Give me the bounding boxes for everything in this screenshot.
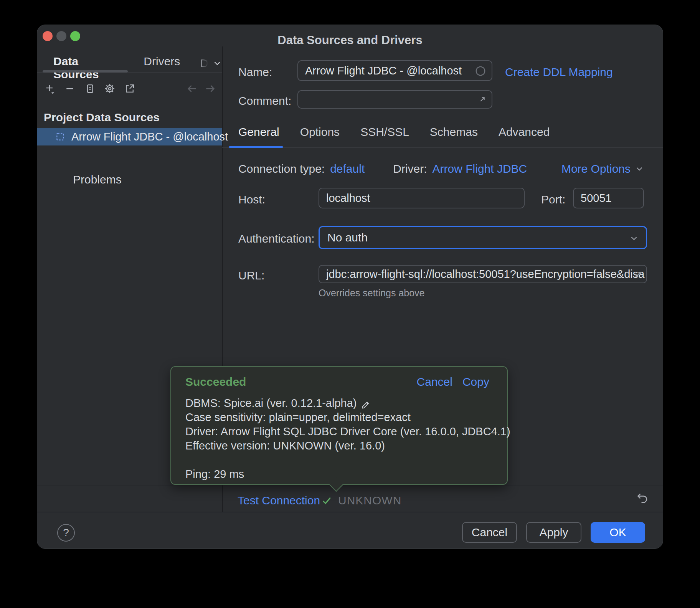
sidebar-item-arrow-flight-jdbc[interactable]: Arrow Flight JDBC - @localhost	[37, 128, 222, 145]
sidebar-toolbar	[37, 79, 222, 99]
more-options-label: More Options	[561, 162, 631, 175]
tab-overflow[interactable]: D	[200, 55, 222, 72]
data-sources-dialog: Data Sources and Drivers Data Sources Dr…	[37, 25, 663, 549]
back-icon[interactable]	[185, 82, 198, 95]
form-tab-divider	[222, 147, 663, 148]
help-glyph: ?	[63, 527, 69, 539]
popup-copy-link[interactable]: Copy	[462, 375, 489, 388]
expand-icon[interactable]	[633, 269, 644, 280]
pencil-icon[interactable]	[360, 398, 371, 409]
duplicate-icon[interactable]	[83, 82, 96, 95]
sidebar-separator	[44, 156, 216, 156]
status-badge: Succeeded	[185, 375, 246, 388]
test-connection-link[interactable]: Test Connection	[238, 494, 320, 507]
authentication-label: Authentication:	[238, 232, 314, 245]
dbms-line: DBMS: Spice.ai (ver. 0.12.1-alpha)	[185, 396, 357, 410]
effective-version-line: Effective version: UNKNOWN (ver. 16.0)	[185, 439, 510, 453]
form-tabbar: General Options SSH/SSL Schemas Advanced	[238, 126, 550, 139]
connection-type-value-link[interactable]: default	[330, 162, 365, 175]
popup-cancel-link[interactable]: Cancel	[417, 375, 452, 388]
chevron-down-icon	[634, 164, 644, 174]
help-icon[interactable]: ?	[57, 524, 75, 542]
tab-schemas[interactable]: Schemas	[430, 126, 478, 139]
name-input[interactable]	[297, 60, 492, 81]
driver-value-link[interactable]: Arrow Flight JDBC	[433, 162, 527, 175]
forward-icon[interactable]	[204, 82, 217, 95]
data-source-label: Arrow Flight JDBC - @localhost	[71, 131, 228, 143]
add-icon[interactable]	[43, 82, 56, 95]
connection-type-label: Connection type:	[238, 162, 325, 175]
footer-divider	[37, 512, 663, 512]
gear-icon[interactable]	[103, 82, 116, 95]
popup-details: DBMS: Spice.ai (ver. 0.12.1-alpha) Case …	[185, 396, 510, 481]
remove-icon[interactable]	[63, 82, 76, 95]
chevron-down-icon	[629, 233, 639, 243]
name-label: Name:	[238, 66, 272, 79]
comment-label: Comment:	[238, 94, 291, 107]
content-footer-divider	[37, 486, 663, 486]
expand-icon[interactable]	[477, 94, 488, 105]
open-in-new-icon[interactable]	[123, 82, 136, 95]
tab-general[interactable]: General	[238, 126, 279, 139]
data-source-icon	[55, 132, 65, 142]
ok-button[interactable]: OK	[591, 522, 645, 543]
tab-drivers[interactable]: Drivers	[144, 55, 180, 72]
project-data-sources-heading: Project Data Sources	[44, 111, 160, 124]
host-input[interactable]	[319, 188, 525, 208]
tab-ssh-ssl[interactable]: SSH/SSL	[360, 126, 409, 139]
case-sensitivity-line: Case sensitivity: plain=upper, delimited…	[185, 410, 510, 425]
window-title: Data Sources and Drivers	[37, 33, 663, 47]
cancel-button[interactable]: Cancel	[462, 522, 517, 543]
connection-status-text: UNKNOWN	[338, 494, 401, 507]
port-label: Port:	[541, 193, 565, 206]
connection-type-row: Connection type: default Driver: Arrow F…	[238, 162, 527, 175]
apply-button[interactable]: Apply	[526, 522, 581, 543]
undo-icon[interactable]	[635, 491, 649, 505]
driver-label: Driver:	[393, 162, 427, 175]
loading-ring-icon	[475, 65, 486, 77]
active-tab-underline	[43, 70, 128, 73]
host-label: Host:	[238, 193, 265, 206]
ping-line: Ping: 29 ms	[185, 467, 510, 481]
tab-truncated-label: D	[200, 57, 208, 70]
authentication-select[interactable]: No auth	[319, 226, 647, 249]
more-options-link[interactable]: More Options	[561, 162, 644, 175]
tab-options[interactable]: Options	[300, 126, 340, 139]
tab-data-sources[interactable]: Data Sources	[53, 55, 124, 72]
chevron-down-icon	[212, 58, 222, 68]
port-input[interactable]	[573, 188, 644, 208]
tab-advanced[interactable]: Advanced	[499, 126, 550, 139]
driver-line: Driver: Arrow Flight SQL JDBC Driver Cor…	[185, 425, 510, 439]
test-connection-popup: Succeeded Cancel Copy DBMS: Spice.ai (ve…	[170, 366, 508, 485]
check-icon	[321, 495, 333, 506]
sidebar-item-problems[interactable]: Problems	[73, 173, 122, 186]
url-hint-text: Overrides settings above	[319, 287, 425, 299]
url-input[interactable]: jdbc:arrow-flight-sql://localhost:50051?…	[319, 265, 647, 283]
comment-input[interactable]	[297, 90, 492, 109]
url-value: jdbc:arrow-flight-sql://localhost:50051?…	[326, 268, 644, 281]
url-label: URL:	[238, 269, 264, 282]
sidebar-tabbar: Data Sources Drivers D	[37, 47, 222, 73]
authentication-value: No auth	[327, 231, 368, 244]
create-ddl-mapping-link[interactable]: Create DDL Mapping	[505, 66, 613, 79]
active-form-tab-indicator	[229, 146, 283, 148]
